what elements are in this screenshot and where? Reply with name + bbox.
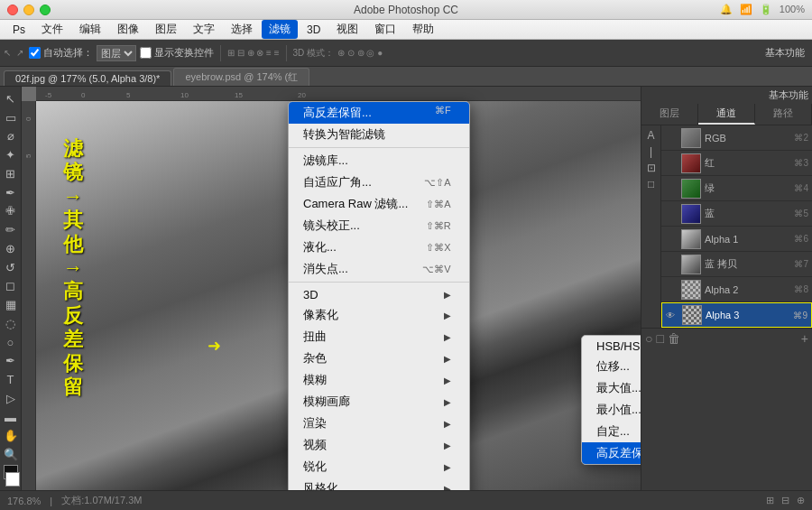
menu-liquify[interactable]: 液化... ⇧⌘X <box>289 236 469 258</box>
menu-pixelate[interactable]: 像素化▶ <box>289 304 469 326</box>
menu-camera-raw[interactable]: Camera Raw 滤镜... ⇧⌘A <box>289 193 469 215</box>
menu-type[interactable]: 文字 <box>186 20 222 39</box>
filter-menu-top[interactable]: 高反差保留... ⌘F <box>289 102 469 124</box>
layer-name-alpha3: Alpha 3 <box>706 310 789 320</box>
submenu-highpass[interactable]: 高反差保留... ↖ <box>582 442 641 464</box>
tab-layers[interactable]: 图层 <box>641 104 698 125</box>
load-selection-icon[interactable]: ○ <box>645 331 652 346</box>
layer-select[interactable]: 图层 <box>97 45 136 61</box>
tab-eyebrow[interactable]: eyebrow.psd @ 174% (红 <box>173 68 309 86</box>
menu-image[interactable]: 图像 <box>110 20 146 39</box>
pen-tool[interactable]: ✒ <box>2 353 20 370</box>
layer-blue[interactable]: 👁 蓝 ⌘5 <box>661 201 812 227</box>
eyedropper-tool[interactable]: ✒ <box>2 184 20 201</box>
submenu-custom[interactable]: 自定... <box>582 421 641 442</box>
menu-video[interactable]: 视频▶ <box>289 434 469 456</box>
selection-tool[interactable]: ▭ <box>2 109 20 126</box>
tab-channels[interactable]: 通道 <box>698 104 755 125</box>
auto-select-check[interactable]: 自动选择： <box>29 46 93 60</box>
panel-icon-a[interactable]: A <box>647 129 654 142</box>
menu-lens-correct[interactable]: 镜头校正... ⇧⌘R <box>289 215 469 236</box>
close-button[interactable] <box>7 5 18 15</box>
menu-filter[interactable]: 滤镜 <box>262 20 298 39</box>
dodge-tool[interactable]: ○ <box>2 334 20 351</box>
menu-layer[interactable]: 图层 <box>148 20 184 39</box>
zoom-tool[interactable]: 🔍 <box>2 446 20 463</box>
menu-file[interactable]: 文件 <box>34 20 70 39</box>
layer-shortcut-red: ⌘3 <box>794 158 808 168</box>
tab-paths[interactable]: 路径 <box>755 104 812 125</box>
delete-channel-icon[interactable]: 🗑 <box>668 331 680 346</box>
menu-blur[interactable]: 模糊▶ <box>289 369 469 391</box>
blur-tool[interactable]: ◌ <box>2 315 20 332</box>
menu-select[interactable]: 选择 <box>224 20 260 39</box>
layer-name-rgb: RGB <box>705 133 790 144</box>
brush-tool[interactable]: ✏ <box>2 221 20 238</box>
panel-icon-c[interactable]: ⊡ <box>647 162 656 174</box>
submenu-hsb[interactable]: HSB/HSL <box>582 336 641 356</box>
heal-tool[interactable]: ✙ <box>2 203 20 220</box>
panel-icon-b[interactable]: | <box>650 145 652 158</box>
minimize-button[interactable] <box>23 5 34 15</box>
crop-tool[interactable]: ⊞ <box>2 165 20 182</box>
layer-green[interactable]: 👁 绿 ⌘4 <box>661 176 812 201</box>
menu-edit[interactable]: 编辑 <box>72 20 108 39</box>
submenu-maximum[interactable]: 最大值... <box>582 377 641 399</box>
tab-02f[interactable]: 02f.jpg @ 177% (5.0, Alpha 3/8)* <box>4 70 171 86</box>
submenu-offset[interactable]: 位移... <box>582 356 641 377</box>
status-sep: | <box>50 496 52 506</box>
history-brush-tool[interactable]: ↺ <box>2 259 20 276</box>
path-select-tool[interactable]: ▷ <box>2 390 20 407</box>
menu-render[interactable]: 渲染▶ <box>289 413 469 434</box>
gradient-tool[interactable]: ▦ <box>2 296 20 313</box>
save-selection-icon[interactable]: □ <box>656 331 663 346</box>
layer-rgb[interactable]: 👁 RGB ⌘2 <box>661 125 812 151</box>
background-color[interactable] <box>5 472 20 487</box>
type-tool[interactable]: T <box>2 371 20 388</box>
hand-tool[interactable]: ✋ <box>2 428 20 445</box>
clone-tool[interactable]: ⊕ <box>2 240 20 257</box>
layer-eye-blue-copy: 👁 <box>665 259 678 269</box>
eraser-tool[interactable]: ◻ <box>2 278 20 295</box>
new-channel-icon[interactable]: + <box>801 331 808 346</box>
menu-ps[interactable]: Ps <box>5 22 32 38</box>
menu-adaptive-wide[interactable]: 自适应广角... ⌥⇧A <box>289 172 469 193</box>
submenu-minimum[interactable]: 最小值... <box>582 399 641 421</box>
menu-noise[interactable]: 杂色▶ <box>289 348 469 369</box>
layer-blue-copy[interactable]: 👁 蓝 拷贝 ⌘7 <box>661 252 812 277</box>
shape-tool[interactable]: ▬ <box>2 409 20 426</box>
menu-view[interactable]: 视图 <box>329 20 365 39</box>
notification-icon: 🔔 <box>720 4 733 15</box>
layer-alpha1[interactable]: 👁 Alpha 1 ⌘6 <box>661 227 812 252</box>
show-transform-check[interactable]: 显示变换控件 <box>140 46 214 60</box>
layer-alpha3[interactable]: 👁 Alpha 3 ⌘9 <box>661 302 812 328</box>
menu-sharpen[interactable]: 锐化▶ <box>289 456 469 478</box>
workspace-label[interactable]: 基本功能 <box>765 46 805 60</box>
lasso-tool[interactable]: ⌀ <box>2 128 20 145</box>
layer-red[interactable]: 👁 红 ⌘3 <box>661 151 812 176</box>
menu-window[interactable]: 窗口 <box>367 20 403 39</box>
maximize-button[interactable] <box>40 5 51 15</box>
layer-shortcut-alpha3: ⌘9 <box>793 311 807 320</box>
move-tool[interactable]: ↖ <box>2 90 20 107</box>
layer-alpha2[interactable]: 👁 Alpha 2 ⌘8 <box>661 277 812 302</box>
layer-shortcut-blue-copy: ⌘7 <box>794 259 808 269</box>
menu-stylize[interactable]: 风格化▶ <box>289 478 469 490</box>
layer-name-blue: 蓝 <box>705 207 790 220</box>
layer-eye-alpha3[interactable]: 👁 <box>666 311 678 320</box>
menu-3d[interactable]: 3D <box>300 22 328 38</box>
tabbar: 02f.jpg @ 177% (5.0, Alpha 3/8)* eyebrow… <box>0 67 812 87</box>
magic-wand-tool[interactable]: ✦ <box>2 146 20 163</box>
layer-eye-rgb: 👁 <box>665 133 678 143</box>
menu-filter-gallery[interactable]: 滤镜库... <box>289 150 469 172</box>
panel-icon-d[interactable]: □ <box>648 178 654 190</box>
menu-3d[interactable]: 3D▶ <box>289 284 469 304</box>
status-icon-1: ⊞ <box>766 495 774 506</box>
menu-distort[interactable]: 扭曲▶ <box>289 326 469 348</box>
panel-content: A | ⊡ □ 👁 RGB ⌘2 👁 红 ⌘3 <box>641 125 812 328</box>
menu-blur-gallery[interactable]: 模糊画廊▶ <box>289 391 469 413</box>
menu-help[interactable]: 帮助 <box>405 20 441 39</box>
layer-shortcut-rgb: ⌘2 <box>794 133 808 143</box>
menu-vanishing-point[interactable]: 消失点... ⌥⌘V <box>289 258 469 280</box>
menu-convert-smart[interactable]: 转换为智能滤镜 <box>289 124 469 145</box>
